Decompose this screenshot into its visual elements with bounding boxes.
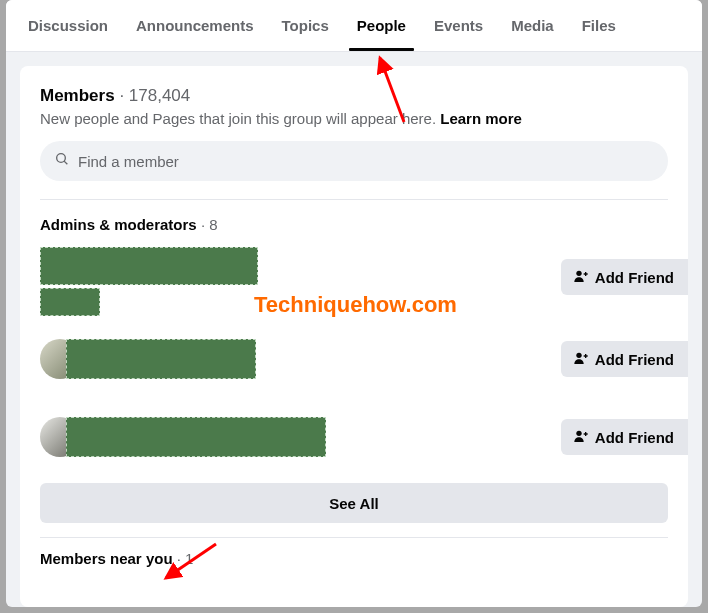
- tab-media[interactable]: Media: [497, 0, 568, 51]
- members-subtitle: New people and Pages that join this grou…: [40, 110, 668, 127]
- svg-point-3: [576, 352, 581, 357]
- svg-line-1: [64, 161, 67, 164]
- learn-more-link[interactable]: Learn more: [440, 110, 522, 127]
- tab-discussion[interactable]: Discussion: [14, 0, 122, 51]
- tab-label: Topics: [282, 17, 329, 34]
- tab-label: Events: [434, 17, 483, 34]
- tab-files[interactable]: Files: [568, 0, 630, 51]
- group-tabs: Discussion Announcements Topics People E…: [6, 0, 702, 52]
- search-icon: [54, 151, 70, 171]
- members-heading: Members · 178,404: [40, 86, 668, 106]
- admin-row: Add Friend: [40, 331, 668, 387]
- svg-point-4: [576, 430, 581, 435]
- near-you-heading: Members near you · 1: [40, 550, 668, 567]
- members-card: Members · 178,404 New people and Pages t…: [20, 66, 688, 607]
- add-friend-icon: [573, 268, 589, 287]
- redacted-block: [66, 339, 256, 379]
- divider: [40, 537, 668, 538]
- svg-point-2: [576, 270, 581, 275]
- add-friend-button[interactable]: Add Friend: [561, 259, 688, 295]
- redacted-block: [40, 247, 258, 285]
- members-title: Members: [40, 86, 115, 105]
- tab-events[interactable]: Events: [420, 0, 497, 51]
- tab-label: Announcements: [136, 17, 254, 34]
- tab-label: Discussion: [28, 17, 108, 34]
- content-area: Members · 178,404 New people and Pages t…: [6, 52, 702, 607]
- app-window: Discussion Announcements Topics People E…: [6, 0, 702, 607]
- member-search[interactable]: [40, 141, 668, 181]
- see-all-button[interactable]: See All: [40, 483, 668, 523]
- admin-row: Add Friend: [40, 409, 668, 465]
- redacted-block: [40, 288, 100, 316]
- add-friend-button[interactable]: Add Friend: [561, 341, 688, 377]
- add-friend-icon: [573, 350, 589, 369]
- tab-label: Files: [582, 17, 616, 34]
- add-friend-icon: [573, 428, 589, 447]
- redacted-block: [66, 417, 326, 457]
- admins-heading: Admins & moderators · 8: [40, 216, 668, 233]
- tab-label: People: [357, 17, 406, 34]
- members-count: · 178,404: [119, 86, 190, 105]
- svg-point-0: [57, 154, 66, 163]
- tab-label: Media: [511, 17, 554, 34]
- add-friend-label: Add Friend: [595, 269, 674, 286]
- tab-topics[interactable]: Topics: [268, 0, 343, 51]
- divider: [40, 199, 668, 200]
- add-friend-button[interactable]: Add Friend: [561, 419, 688, 455]
- admin-row: Add Friend: [40, 247, 668, 317]
- add-friend-label: Add Friend: [595, 429, 674, 446]
- tab-announcements[interactable]: Announcements: [122, 0, 268, 51]
- search-input[interactable]: [78, 153, 654, 170]
- add-friend-label: Add Friend: [595, 351, 674, 368]
- tab-people[interactable]: People: [343, 0, 420, 51]
